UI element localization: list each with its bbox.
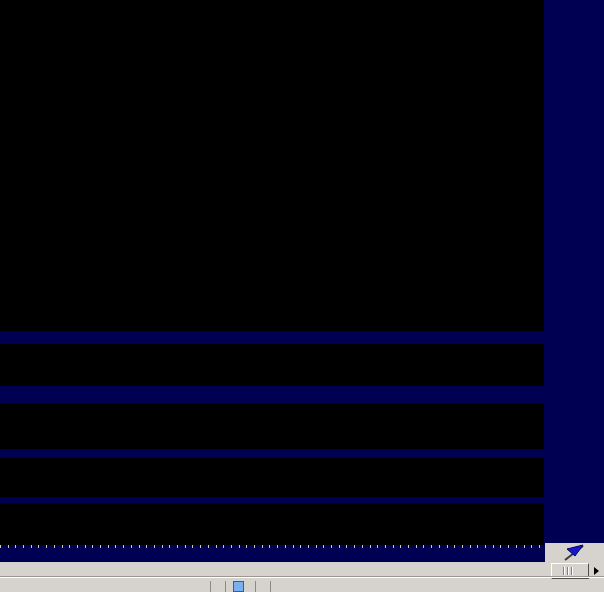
status-bar <box>203 580 278 592</box>
indicator-panel-4[interactable] <box>0 503 544 545</box>
indicator-panel-1[interactable] <box>0 344 544 386</box>
status-separator <box>210 581 211 592</box>
chart-flag-area <box>545 543 604 563</box>
flag-icon[interactable] <box>545 543 604 563</box>
status-separator <box>255 581 256 592</box>
main-price-chart[interactable] <box>0 0 544 331</box>
status-separator <box>270 581 271 592</box>
page-icon <box>233 581 244 592</box>
statusbar-border-highlight <box>0 577 604 578</box>
scrollbar-grip-icon <box>563 567 575 575</box>
trading-chart-window <box>0 0 604 592</box>
status-separator <box>225 581 226 592</box>
indicator-panel-3[interactable] <box>0 458 544 497</box>
time-axis-ticks <box>0 545 544 548</box>
indicator-panel-2[interactable] <box>0 403 544 449</box>
